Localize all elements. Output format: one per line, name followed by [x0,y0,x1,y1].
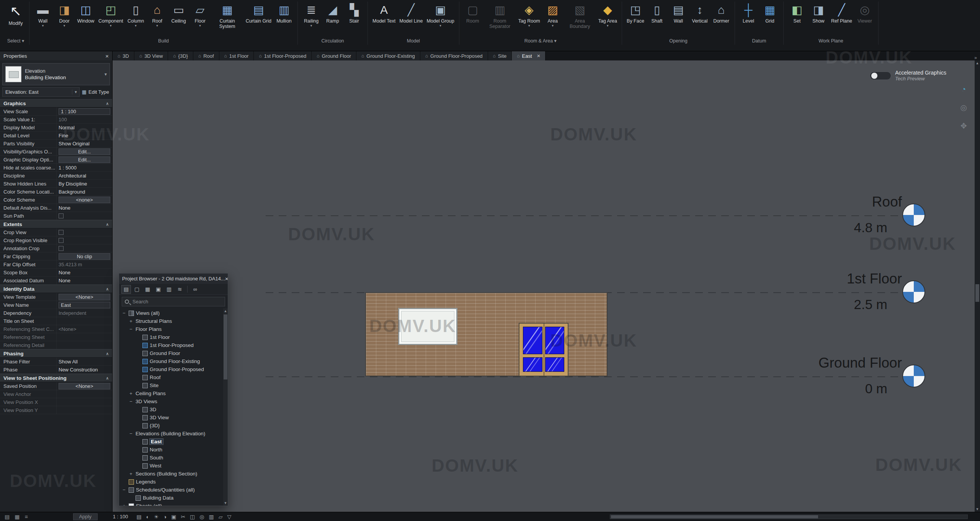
tree-item-views-all[interactable]: −Views (all) [119,309,228,317]
elevation-window[interactable] [398,308,457,345]
view-tab-3d[interactable]: ⌂{3D} [168,51,193,60]
ribbon-tool-shaft[interactable]: ▯Shaft [646,2,668,24]
search-input[interactable] [132,298,222,305]
level-elevation-1st-floor[interactable]: 2.5 m [854,297,887,312]
tree-item-structural-plans[interactable]: +Structural Plans [119,317,228,325]
property-value[interactable]: Normal [57,124,112,131]
property-value[interactable]: 1 : 100 [57,107,112,115]
temporary-view-properties-icon[interactable]: ▱ [219,514,223,520]
close-tab-icon[interactable]: × [537,53,541,59]
ribbon-tool-door[interactable]: ◨Door▾ [54,2,75,28]
tree-item-3d-views[interactable]: −3D Views [119,397,228,405]
tree-item-sections-building-section[interactable]: +Sections (Building Section) [119,470,228,478]
ribbon-tool-curtain-grid[interactable]: ▤Curtain Grid [244,2,273,24]
expander-icon[interactable]: − [128,399,134,404]
property-value[interactable]: 35.4213 m [57,260,112,268]
section-header-identity-data[interactable]: Identity Data∧ [0,285,112,293]
tree-item-building-data[interactable]: Building Data [119,494,228,502]
vertical-scrollbar[interactable]: ▲ ▼ [975,60,980,512]
checkbox[interactable] [59,230,64,235]
expander-icon[interactable]: + [128,318,134,324]
expander-icon[interactable]: − [121,487,127,493]
instance-selector[interactable]: Elevation: East ▾ [2,87,80,97]
ribbon-tool-ramp[interactable]: ◢Ramp [322,2,343,24]
property-value[interactable] [57,236,112,244]
close-properties-icon[interactable]: × [105,53,109,59]
close-project-browser-icon[interactable]: × [225,275,228,282]
detail-level-icon[interactable]: ▤ [136,514,141,520]
tab-scroll-icon[interactable]: » [971,55,980,60]
edit-type-button[interactable]: ▦ Edit Type [82,89,110,95]
tree-scrollbar[interactable]: ▲ ▼ [223,308,228,506]
browser-link-icon[interactable]: ∞ [190,285,200,294]
browser-families-icon[interactable]: ▣ [154,285,163,294]
tree-item-west[interactable]: West [119,462,228,470]
expander-icon[interactable]: + [128,471,134,477]
ribbon-tool-tag-room[interactable]: ◈Tag Room▾ [516,2,542,28]
reveal-constraints-icon[interactable]: ▽ [227,514,232,520]
value-button[interactable]: <None> [59,383,110,389]
horizontal-scrollbar[interactable] [610,514,968,519]
browser-groups-icon[interactable]: ▥ [164,285,174,294]
tree-item-ground-floor-existing[interactable]: Ground Floor-Existing [119,357,228,365]
property-value[interactable]: 100 [57,116,112,123]
level-name-roof[interactable]: Roof [872,194,902,210]
reveal-hidden-icon[interactable]: ◎ [199,514,204,520]
ribbon-tool-ref-plane[interactable]: ╱Ref Plane [829,2,854,24]
tree-item-site[interactable]: Site [119,381,228,389]
ribbon-tool-ceiling[interactable]: ▭Ceiling [168,2,189,24]
ribbon-tool-column[interactable]: ▯Column▾ [125,2,147,28]
ribbon-tool-mullion[interactable]: ▥Mullion [273,2,295,24]
ribbon-tool-dormer[interactable]: ⌂Dormer [710,2,732,24]
elevation-building[interactable] [365,292,608,376]
tree-item-schedules-quantities-all[interactable]: −Schedules/Quantities (all) [119,486,228,494]
checkbox[interactable] [59,246,64,251]
elevation-door[interactable] [519,323,568,376]
section-header-graphics[interactable]: Graphics∧ [0,99,112,107]
tree-item-ground-floor[interactable]: Ground Floor [119,349,228,357]
tree-item-ground-floor-proposed[interactable]: Ground Floor-Proposed [119,365,228,373]
property-value[interactable] [57,341,112,349]
property-value[interactable] [57,212,112,220]
worksets-icon[interactable]: ▤ [5,514,10,520]
property-value[interactable]: None [57,204,112,212]
ribbon-tool-modify[interactable]: ↖Modify [5,2,26,27]
property-value[interactable] [57,406,112,414]
browser-views-icon[interactable]: ▤ [121,285,131,294]
view-tab-east[interactable]: ⌂East× [512,51,546,60]
ribbon-tool-level[interactable]: ┼Level [738,2,759,24]
steering-wheel-icon[interactable]: ◔ [961,85,966,94]
property-value[interactable] [57,228,112,236]
section-header-view-to-sheet-positioning[interactable]: View to Sheet Positioning∧ [0,374,112,382]
ribbon-tool-model-line[interactable]: ╱Model Line [397,2,425,24]
level-head-1st-floor[interactable] [902,280,925,303]
view-tab-ground-floor[interactable]: ⌂Ground Floor [312,51,356,60]
tree-item-3d[interactable]: 3D [119,405,228,414]
property-value[interactable]: <None> [57,325,112,333]
property-value[interactable]: No clip [57,252,112,260]
expander-icon[interactable]: + [128,391,134,396]
property-value[interactable]: <None> [57,382,112,390]
zoom-tool-icon[interactable]: ◎ [960,103,967,112]
tree-item-3d-view[interactable]: 3D View [119,414,228,422]
sun-path-icon[interactable]: ☀ [154,514,159,520]
drawing-canvas[interactable]: Roof4.8 m1st Floor2.5 mGround Floor0 m A… [113,60,975,512]
ribbon-tool-show[interactable]: ◨Show [808,2,829,24]
view-tab-ground-floor-existing[interactable]: ⌂Ground Floor-Existing [356,51,420,60]
accelerated-graphics-toggle[interactable] [870,72,891,80]
ribbon-tool-tag-area[interactable]: ◆Tag Area▾ [596,2,619,28]
worksharing-display-icon[interactable]: ▥ [209,514,214,520]
value-input[interactable]: 1 : 100 [59,108,110,115]
ribbon-tool-wall[interactable]: ▤Wall [668,2,689,24]
tree-item-floor-plans[interactable]: −Floor Plans [119,325,228,333]
property-value[interactable]: <None> [57,293,112,301]
temporary-hide-icon[interactable]: ◫ [190,514,195,520]
property-value[interactable] [57,317,112,325]
property-value[interactable] [57,333,112,341]
ribbon-tool-window[interactable]: ◫Window [75,2,96,24]
ribbon-tool-curtain-system[interactable]: ▦Curtain System [211,2,244,30]
property-value[interactable] [57,390,112,398]
crop-region-icon[interactable]: ✂ [181,514,185,520]
tree-item-1st-floor[interactable]: 1st Floor [119,333,228,341]
ribbon-tool-stair[interactable]: ▚Stair [343,2,365,24]
